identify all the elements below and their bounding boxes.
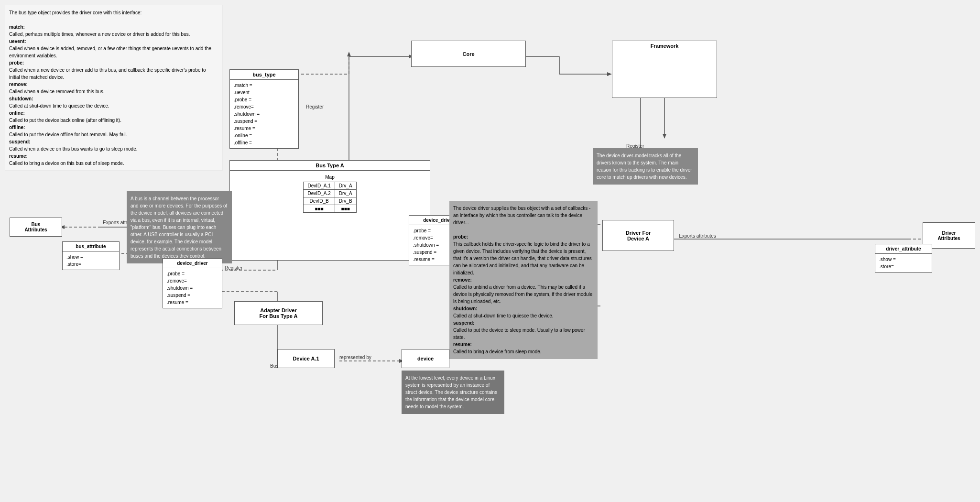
driver-attributes-label: Driver Attributes [934, 229, 964, 243]
shutdown-term: shutdown: [9, 96, 33, 101]
suspend-desc: Called when a device on this bus wants t… [9, 146, 138, 152]
adapter-driver-label: Adapter Driver For Bus Type A [255, 306, 301, 321]
remove-term: remove: [9, 82, 28, 87]
probe-term: probe: [9, 60, 24, 65]
dd-shutdown-term: shutdown: [453, 306, 478, 311]
framework-label: Framework [612, 41, 717, 51]
bus-type-struct-fields: .match = .uevent .probe = .remove= .shut… [230, 80, 298, 148]
bus-type-comment-box: The bus type object provides the driver … [5, 5, 222, 171]
map-title: Map [234, 175, 426, 180]
device-label: device [414, 354, 437, 363]
dd-remove-term: remove: [453, 277, 472, 283]
offline-desc: Called to put the device offline for hot… [9, 132, 127, 137]
dd-shutdown-desc: Called at shut-down time to quiesce the … [453, 313, 554, 318]
svg-marker-15 [663, 134, 666, 139]
map-cell-drv-a2: Drv_A [335, 190, 356, 197]
suspend-term: suspend: [9, 139, 30, 144]
svg-marker-7 [607, 72, 612, 76]
device-driver-bottom-fields: .probe = .remove= .shutdown = .suspend =… [163, 268, 222, 308]
uevent-desc: Called when a device is added, removed, … [9, 46, 211, 58]
register-label-1: Register [306, 104, 324, 109]
bus-attribute-box: bus_attribute .show = .store= [62, 241, 120, 270]
exports-attributes-label-2: Exports attributes [679, 233, 716, 239]
dd-resume-term: resume: [453, 342, 472, 347]
resume-desc: Called to bring a device on this bus out… [9, 161, 124, 166]
svg-marker-11 [347, 52, 351, 56]
match-term: match: [9, 24, 25, 30]
driver-for-device-a-box: Driver For Device A [602, 220, 674, 251]
bus-channel-comment: A bus is a channel between the processor… [127, 191, 232, 263]
device-comment-text: At the lowest level, every device in a L… [405, 375, 497, 409]
dd-resume-desc: Called to bring a device from sleep mode… [453, 349, 542, 354]
online-term: online: [9, 110, 25, 116]
bus-attributes-box: Bus Attributes [10, 218, 62, 237]
remove-desc: Called when a device removed from this b… [9, 89, 105, 94]
uevent-term: uevent: [9, 39, 26, 44]
dd-probe-desc: This callback holds the driver-specific … [453, 241, 592, 275]
shutdown-desc: Called at shut-down time to quiesce the … [9, 103, 109, 109]
driver-model-text: The device driver-model tracks all of th… [597, 153, 692, 180]
driver-for-device-a-label: Driver For Device A [622, 228, 655, 243]
bus-channel-text: A bus is a channel between the processor… [131, 196, 227, 259]
device-comment-box: At the lowest level, every device in a L… [402, 371, 504, 414]
bus-attributes-label: Bus Attributes [21, 220, 51, 234]
match-desc: Called, perhaps multiple times, whenever… [9, 32, 190, 37]
device-box: device [402, 349, 449, 368]
device-driver-bottom-box: device_driver .probe = .remove= .shutdow… [163, 258, 222, 308]
bus-attribute-fields: .show = .store= [63, 251, 119, 270]
dd-intro: The device driver supplies the bus objec… [453, 206, 590, 225]
device-driver-bottom-label: device_driver [163, 259, 222, 268]
probe-desc: Called when a new device or driver add t… [9, 67, 206, 80]
dd-suspend-term: suspend: [453, 320, 474, 326]
bus-type-a-label: Bus Type A [230, 161, 430, 171]
device-a1-label: Device A.1 [289, 354, 323, 363]
map-cell-drv-b: Drv_B [335, 197, 356, 205]
bus-type-a-content: Map DevID_A.1 Drv_A DevID_A.2 Drv_A DevI… [230, 171, 430, 218]
map-cell-drv-a: Drv_A [335, 182, 356, 190]
core-box: Core [411, 41, 526, 67]
driver-attribute-fields: .show = .store= [875, 254, 932, 272]
bus-type-intro: The bus type object provides the driver … [9, 10, 142, 15]
map-cell-devid-a1: DevID_A.1 [304, 182, 335, 190]
represented-by-label: represented by [339, 355, 371, 360]
resume-term: resume: [9, 153, 28, 159]
driver-model-comment: The device driver-model tracks all of th… [593, 148, 698, 185]
driver-attribute-box: driver_attribute .show = .store= [875, 244, 932, 273]
bus-type-a-box: Bus Type A Map DevID_A.1 Drv_A DevID_A.2… [229, 160, 430, 261]
device-a1-box: Device A.1 [277, 349, 335, 368]
map-cell-dot2: ■■■ [335, 205, 356, 213]
bus-type-struct-box: bus_type .match = .uevent .probe = .remo… [229, 69, 299, 149]
map-cell-dot1: ■■■ [304, 205, 335, 213]
device-driver-callbacks-comment: The device driver supplies the bus objec… [449, 201, 598, 359]
framework-box: Framework [612, 41, 717, 98]
online-desc: Called to put the device back online (af… [9, 118, 121, 123]
map-table: DevID_A.1 Drv_A DevID_A.2 Drv_A DevID_B … [303, 182, 356, 213]
dd-suspend-desc: Called to put the device to sleep mode. … [453, 327, 585, 340]
adapter-driver-box: Adapter Driver For Bus Type A [234, 301, 323, 325]
map-cell-devid-b: DevID_B [304, 197, 335, 205]
map-cell-devid-a2: DevID_A.2 [304, 190, 335, 197]
driver-attribute-label: driver_attribute [875, 244, 932, 254]
bus-label: Bus [270, 363, 278, 369]
diagram-container: The bus type object provides the driver … [0, 0, 980, 502]
bus-attribute-label: bus_attribute [63, 242, 119, 251]
dd-probe-term: probe: [453, 234, 468, 240]
dd-remove-desc: Called to unbind a driver from a device.… [453, 284, 592, 304]
bus-type-struct-label: bus_type [230, 70, 298, 80]
core-label: Core [458, 49, 478, 59]
register-label-bottom: Register [225, 265, 242, 271]
offline-term: offline: [9, 125, 25, 130]
